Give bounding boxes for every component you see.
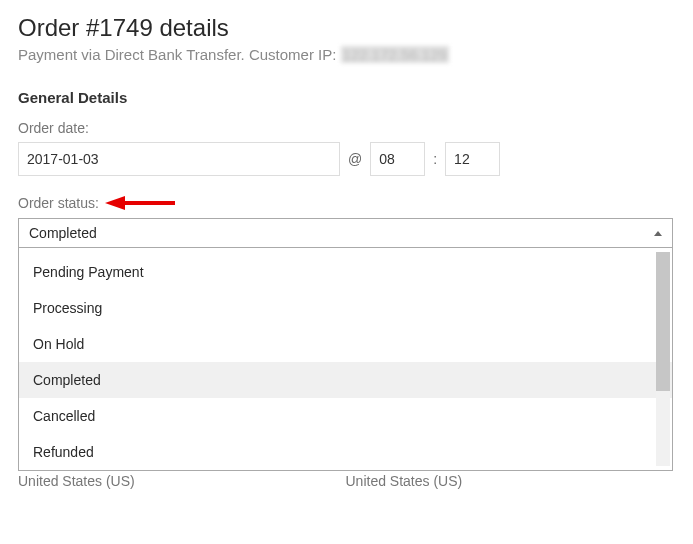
order-date-input[interactable]	[18, 142, 340, 176]
order-minute-input[interactable]	[445, 142, 500, 176]
status-option[interactable]: Completed	[19, 362, 672, 398]
order-date-label: Order date:	[18, 120, 675, 136]
billing-country: United States (US)	[18, 473, 346, 489]
payment-subtitle: Payment via Direct Bank Transfer. Custom…	[18, 46, 675, 63]
status-option[interactable]: Cancelled	[19, 398, 672, 434]
status-option[interactable]: On Hold	[19, 326, 672, 362]
svg-marker-1	[105, 196, 125, 210]
customer-ip: 122.172.56.129	[341, 46, 449, 63]
order-status-dropdown: Pending PaymentProcessingOn HoldComplete…	[18, 248, 673, 471]
time-separator: :	[433, 151, 437, 167]
at-symbol: @	[348, 151, 362, 167]
status-option[interactable]: Processing	[19, 290, 672, 326]
status-option[interactable]: Refunded	[19, 434, 672, 470]
order-status-label-text: Order status:	[18, 195, 99, 211]
shipping-country: United States (US)	[346, 473, 674, 489]
order-date-row: @ :	[18, 142, 675, 176]
footer-row: United States (US) United States (US)	[18, 473, 673, 489]
chevron-up-icon	[654, 231, 662, 236]
order-hour-input[interactable]	[370, 142, 425, 176]
payment-text: Payment via Direct Bank Transfer. Custom…	[18, 46, 341, 63]
scrollbar[interactable]	[656, 252, 670, 466]
order-status-select[interactable]: Completed	[18, 218, 673, 248]
page-title: Order #1749 details	[18, 14, 675, 42]
annotation-arrow-icon	[105, 194, 175, 212]
order-status-label: Order status:	[18, 194, 675, 212]
status-option[interactable]: Pending Payment	[19, 254, 672, 290]
section-title-general: General Details	[18, 89, 675, 106]
scrollbar-thumb[interactable]	[656, 252, 670, 391]
order-status-selected-value: Completed	[29, 225, 97, 241]
